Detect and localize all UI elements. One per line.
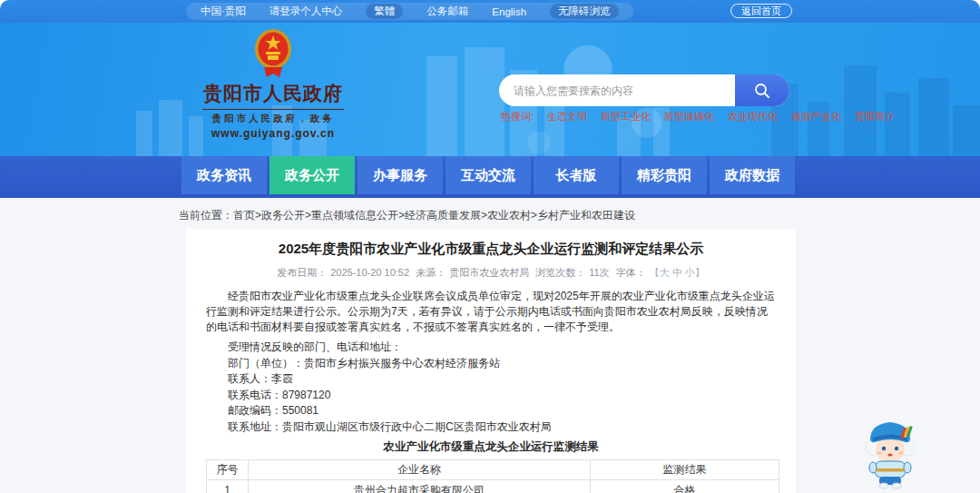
monitoring-results-table: 序号 企业名称 监测结果 1 贵州合力超市采购有限公司 合格 2 贵州友禾种业有… [206, 459, 779, 493]
title-divider [202, 109, 344, 110]
font-size-label: 字体： [616, 267, 646, 278]
nav-item-interaction[interactable]: 互动交流 [446, 156, 531, 194]
col-header-enterprise: 企业名称 [249, 459, 591, 479]
breadcrumb-label: 当前位置： [179, 209, 233, 222]
enterprise-name: 贵州合力超市采购有限公司 [249, 479, 591, 493]
hotword-new-urbanization[interactable]: 新型城镇化 [664, 110, 714, 123]
topbar-item-accessibility[interactable]: 无障碍浏览 [550, 4, 619, 19]
main-nav: 政务资讯 政务公开 办事服务 互动交流 长者版 精彩贵阳 政府数据 [181, 156, 795, 194]
search-icon [753, 82, 771, 100]
site-header: 贵阳市人民政府 贵阳市人民政府．政务 www.guiyang.gov.cn 热搜… [0, 23, 980, 156]
publish-date-value: 2025-10-20 10:52 [330, 267, 409, 278]
top-menu: 中国·贵阳 请登录个人中心 繁體 公务邮箱 English 无障碍浏览 [186, 3, 633, 20]
breadcrumb-path[interactable]: 首页>政务公开>重点领域信息公开>经济高质量发展>农业农村>乡村产业和农田建设 [233, 209, 635, 222]
site-url: www.guiyang.gov.cn [192, 127, 354, 140]
assistant-mascot-icon[interactable] [860, 413, 920, 489]
search-input[interactable] [499, 74, 735, 106]
contact-phone-line: 联系电话：87987120 [206, 389, 776, 400]
postal-code-line: 邮政编码：550081 [206, 405, 776, 416]
nav-item-services[interactable]: 办事服务 [358, 156, 443, 194]
source-value: 贵阳市农业农村局 [449, 267, 529, 278]
contact-person-line: 联系人：李霞 [206, 373, 776, 384]
col-header-result: 监测结果 [591, 459, 779, 479]
row-index: 1 [207, 479, 249, 493]
article-title: 2025年度贵阳市农业产业化市级重点龙头企业运行监测和评定结果公示 [206, 241, 776, 258]
publish-date-label: 发布日期： [277, 267, 327, 278]
nav-item-senior-version[interactable]: 长者版 [534, 156, 619, 194]
site-subtitle: 贵阳市人民政府．政务 [192, 113, 354, 125]
top-utility-bar: 中国·贵阳 请登录个人中心 繁體 公务邮箱 English 无障碍浏览 返回首页 [0, 0, 980, 23]
article-meta: 发布日期：2025-10-20 10:52 来源：贵阳市农业农村局 浏览次数：1… [206, 266, 776, 280]
breadcrumb: 当前位置：首页>政务公开>重点领域信息公开>经济高质量发展>农业农村>乡村产业和… [179, 208, 635, 223]
monitoring-result: 合格 [591, 479, 779, 493]
nav-item-gov-data[interactable]: 政府数据 [710, 156, 795, 194]
views-label: 浏览次数： [535, 267, 585, 278]
nav-item-gov-disclosure[interactable]: 政务公开 [270, 156, 355, 194]
topbar-item-traditional-chinese[interactable]: 繁體 [366, 4, 403, 19]
topbar-item-english[interactable]: English [492, 6, 526, 17]
hotword-guiyang-intro[interactable]: 贵阳简介 [855, 110, 895, 123]
col-header-index: 序号 [207, 459, 249, 479]
article-card: 2025年度贵阳市农业产业化市级重点龙头企业运行监测和评定结果公示 发布日期：2… [186, 229, 796, 493]
hotword-agri-modernization[interactable]: 农业现代化 [728, 110, 778, 123]
hot-search-label: 热搜词: [501, 110, 534, 123]
announcement-paragraph: 经贵阳市农业产业化市级重点龙头企业联席会议成员单位审定，现对2025年开展的农业… [206, 289, 776, 335]
hotword-tourism-industrialization[interactable]: 旅游产业化 [791, 110, 841, 123]
nav-item-gov-news[interactable]: 政务资讯 [181, 156, 267, 194]
site-logo-block[interactable]: 贵阳市人民政府 贵阳市人民政府．政务 www.guiyang.gov.cn [192, 28, 354, 140]
back-home-button[interactable]: 返回首页 [730, 4, 792, 18]
contact-address-line: 联系地址：贵阳市观山湖区市级行政中心二期C区贵阳市农业农村局 [206, 421, 776, 432]
nav-item-wonderful-guiyang[interactable]: 精彩贵阳 [622, 156, 707, 194]
table-header-row: 序号 企业名称 监测结果 [207, 459, 779, 479]
topbar-item-china-guiyang[interactable]: 中国·贵阳 [201, 5, 246, 18]
topbar-item-official-mail[interactable]: 公务邮箱 [426, 5, 468, 18]
department-line: 部门（单位）：贵阳市乡村振兴服务中心农村经济服务站 [206, 358, 776, 369]
contact-intro-line: 受理情况反映的部门、电话和地址： [206, 341, 776, 352]
site-title: 贵阳市人民政府 [192, 81, 354, 106]
hotword-new-industrialization[interactable]: 新型工业化 [601, 110, 651, 123]
browser-page: 中国·贵阳 请登录个人中心 繁體 公务邮箱 English 无障碍浏览 返回首页 [0, 0, 980, 493]
font-size-options[interactable]: 【大 中 小】 [650, 267, 705, 278]
search-button[interactable] [735, 74, 789, 106]
national-emblem-icon [252, 28, 294, 79]
city-skyline-graphic [0, 47, 980, 156]
hotword-ecology[interactable]: 生态文明 [547, 110, 587, 123]
table-caption: 农业产业化市级重点龙头企业运行监测结果 [206, 439, 776, 455]
topbar-item-login-personal-center[interactable]: 请登录个人中心 [270, 5, 343, 18]
source-label: 来源： [416, 267, 446, 278]
article-body: 经贵阳市农业产业化市级重点龙头企业联席会议成员单位审定，现对2025年开展的农业… [206, 289, 776, 493]
table-row: 1 贵州合力超市采购有限公司 合格 [207, 479, 779, 493]
search-box [499, 74, 789, 106]
views-value: 11次 [589, 267, 609, 278]
hot-search-row: 热搜词: 生态文明 新型工业化 新型城镇化 农业现代化 旅游产业化 贵阳简介 [501, 110, 895, 123]
